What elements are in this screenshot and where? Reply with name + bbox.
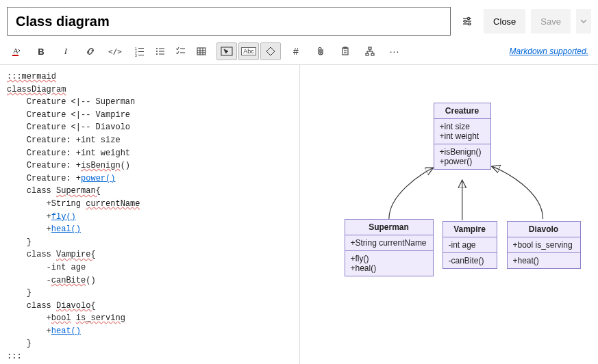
bold-icon: B: [38, 47, 44, 57]
checklist-button[interactable]: [171, 42, 190, 60]
code-icon: </>: [108, 47, 122, 56]
svg-point-1: [468, 17, 470, 19]
svg-rect-35: [371, 53, 374, 55]
class-methods: +isBenign() +power(): [434, 144, 490, 169]
class-name: Superman: [345, 220, 433, 235]
svg-point-15: [156, 51, 158, 52]
markdown-supported-link[interactable]: Markdown supported.: [510, 47, 591, 56]
class-methods: -canBite(): [443, 253, 497, 268]
header-row: Close Save: [0, 0, 598, 40]
hierarchy-icon: [365, 47, 375, 56]
dots-icon: ···: [390, 46, 400, 57]
italic-button[interactable]: I: [56, 42, 75, 60]
ordered-list-icon: 123: [134, 46, 145, 57]
bold-button[interactable]: B: [32, 42, 51, 60]
class-attrs: +int size +int weight: [434, 119, 490, 144]
svg-rect-13: [138, 55, 144, 55]
class-methods: +fly() +heal(): [345, 251, 433, 276]
link-icon: [85, 46, 96, 57]
save-button[interactable]: Save: [531, 9, 571, 34]
diamond-mode-button[interactable]: [260, 42, 281, 60]
title-input[interactable]: [7, 7, 451, 36]
class-name: Diavolo: [508, 222, 580, 237]
cursor-box-icon: [221, 47, 233, 56]
svg-rect-11: [138, 48, 144, 49]
checklist-icon: [175, 46, 186, 57]
clipboard-icon: [340, 47, 350, 56]
svg-marker-28: [266, 47, 275, 55]
abc-icon: Abc: [241, 47, 256, 55]
class-superman: Superman +String currentName +fly() +hea…: [345, 219, 434, 276]
settings-button[interactable]: [456, 9, 478, 34]
table-icon: [196, 46, 207, 57]
save-dropdown-button[interactable]: [576, 9, 591, 34]
svg-rect-34: [366, 53, 369, 55]
hierarchy-button[interactable]: [360, 42, 379, 60]
svg-point-16: [156, 53, 158, 55]
class-attrs: +bool is_serving: [508, 237, 580, 253]
italic-icon: I: [64, 46, 67, 57]
chevron-down-icon: [580, 18, 587, 25]
hash-icon: #: [293, 46, 299, 57]
toolbar: A B I </> 123 Abc # ··· Markdown support…: [0, 40, 598, 65]
svg-rect-12: [138, 51, 144, 52]
sliders-icon: [462, 16, 473, 27]
code-button[interactable]: </>: [105, 42, 125, 60]
svg-rect-19: [159, 54, 164, 55]
hash-button[interactable]: #: [286, 42, 306, 60]
svg-rect-33: [369, 47, 371, 49]
class-diavolo: Diavolo +bool is_serving +heat(): [507, 221, 581, 269]
svg-rect-7: [12, 55, 18, 56]
close-button[interactable]: Close: [484, 9, 525, 34]
ordered-list-button[interactable]: 123: [130, 42, 149, 60]
class-name: Creature: [434, 103, 490, 119]
svg-point-5: [469, 23, 471, 25]
paperclip-icon: [316, 47, 325, 56]
text-color-button[interactable]: A: [7, 42, 26, 60]
class-methods: +heat(): [508, 253, 580, 268]
class-attrs: +String currentName: [345, 235, 433, 251]
class-creature: Creature +int size +int weight +isBenign…: [434, 103, 491, 170]
svg-rect-22: [197, 48, 205, 55]
unordered-list-icon: [155, 46, 166, 57]
class-name: Vampire: [443, 222, 497, 237]
class-vampire: Vampire -int age -canBite(): [443, 221, 497, 269]
class-attrs: -int age: [443, 237, 497, 253]
more-button[interactable]: ···: [385, 42, 404, 60]
attach-button[interactable]: [311, 42, 330, 60]
split-view: :::mermaid classDiagram Creature <|-- Su…: [0, 65, 598, 364]
svg-point-14: [156, 48, 158, 49]
svg-rect-17: [159, 49, 164, 49]
text-color-icon: A: [11, 46, 22, 57]
diagram-preview: Creature +int size +int weight +isBenign…: [299, 65, 599, 364]
abc-mode-button[interactable]: Abc: [238, 42, 259, 60]
svg-text:3: 3: [135, 53, 137, 57]
clipboard-button[interactable]: [336, 42, 355, 60]
select-mode-button[interactable]: [216, 42, 237, 60]
svg-point-3: [464, 20, 466, 22]
table-button[interactable]: [192, 42, 211, 60]
svg-rect-18: [159, 51, 164, 52]
svg-text:A: A: [13, 47, 18, 55]
unordered-list-button[interactable]: [151, 42, 170, 60]
markdown-editor[interactable]: :::mermaid classDiagram Creature <|-- Su…: [0, 65, 299, 364]
link-button[interactable]: [81, 42, 100, 60]
diamond-icon: [266, 47, 275, 56]
